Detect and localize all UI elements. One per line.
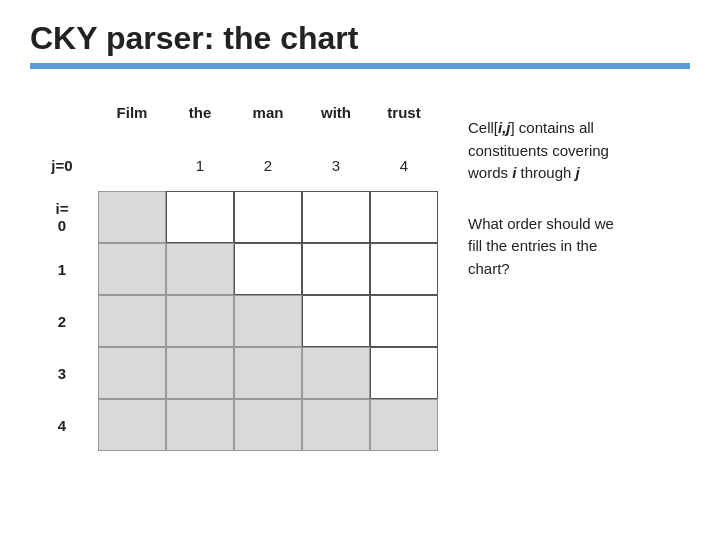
cell-1-1 bbox=[166, 243, 234, 295]
table-row-i3: 3 bbox=[30, 347, 438, 399]
page: CKY parser: the chart Film the man with … bbox=[0, 0, 720, 540]
cell-1-0 bbox=[98, 243, 166, 295]
col-header-the: the bbox=[166, 87, 234, 139]
content-area: Film the man with trust j=0 1 2 3 4 bbox=[30, 87, 690, 451]
col-idx-3: 3 bbox=[302, 139, 370, 191]
info2-line3: chart? bbox=[468, 260, 510, 277]
cell-4-4 bbox=[370, 399, 438, 451]
cell-1-4 bbox=[370, 243, 438, 295]
col-header-empty1 bbox=[30, 87, 98, 139]
cell-1-3 bbox=[302, 243, 370, 295]
cell-3-2 bbox=[234, 347, 302, 399]
cell-1-2 bbox=[234, 243, 302, 295]
cell-0-2 bbox=[234, 191, 302, 243]
cell-4-0 bbox=[98, 399, 166, 451]
index-row: j=0 1 2 3 4 bbox=[30, 139, 438, 191]
col-header-with: with bbox=[302, 87, 370, 139]
accent-bar bbox=[30, 63, 690, 69]
row-label-i2: 2 bbox=[30, 295, 98, 347]
col-idx-0 bbox=[98, 139, 166, 191]
info2-line2: fill the entries in the bbox=[468, 237, 597, 254]
table-row-i4: 4 bbox=[30, 399, 438, 451]
j-label: j=0 bbox=[30, 139, 98, 191]
info-area: Cell[i,j] contains all constituents cove… bbox=[468, 87, 690, 280]
col-header-trust: trust bbox=[370, 87, 438, 139]
cell-4-3 bbox=[302, 399, 370, 451]
col-header-man: man bbox=[234, 87, 302, 139]
cell-2-2 bbox=[234, 295, 302, 347]
cell-3-4 bbox=[370, 347, 438, 399]
cell-3-1 bbox=[166, 347, 234, 399]
col-idx-2: 2 bbox=[234, 139, 302, 191]
cell-0-3 bbox=[302, 191, 370, 243]
cell-3-0 bbox=[98, 347, 166, 399]
cell-2-3 bbox=[302, 295, 370, 347]
cell-2-1 bbox=[166, 295, 234, 347]
info-box-2: What order should we fill the entries in… bbox=[468, 213, 690, 281]
info2-line1: What order should we bbox=[468, 215, 614, 232]
cell-3-3 bbox=[302, 347, 370, 399]
col-idx-1: 1 bbox=[166, 139, 234, 191]
cell-2-4 bbox=[370, 295, 438, 347]
info-italic-j: j bbox=[576, 164, 580, 181]
cell-2-0 bbox=[98, 295, 166, 347]
row-label-i4: 4 bbox=[30, 399, 98, 451]
cell-0-0 bbox=[98, 191, 166, 243]
cell-4-2 bbox=[234, 399, 302, 451]
cky-table: Film the man with trust j=0 1 2 3 4 bbox=[30, 87, 438, 451]
page-title: CKY parser: the chart bbox=[30, 20, 690, 57]
row-label-i1: 1 bbox=[30, 243, 98, 295]
row-label-i3: 3 bbox=[30, 347, 98, 399]
col-header-row: Film the man with trust bbox=[30, 87, 438, 139]
table-row-i2: 2 bbox=[30, 295, 438, 347]
cell-4-1 bbox=[166, 399, 234, 451]
info-box-1: Cell[i,j] contains all constituents cove… bbox=[468, 117, 690, 185]
table-row-i1: 1 bbox=[30, 243, 438, 295]
row-label-i0: i=0 bbox=[30, 191, 98, 243]
info-italic-ij: i,j bbox=[498, 119, 511, 136]
col-idx-4: 4 bbox=[370, 139, 438, 191]
table-row-i0: i=0 bbox=[30, 191, 438, 243]
col-header-film: Film bbox=[98, 87, 166, 139]
info-italic-i: i bbox=[512, 164, 516, 181]
cell-0-1 bbox=[166, 191, 234, 243]
cell-0-4 bbox=[370, 191, 438, 243]
chart-area: Film the man with trust j=0 1 2 3 4 bbox=[30, 87, 438, 451]
